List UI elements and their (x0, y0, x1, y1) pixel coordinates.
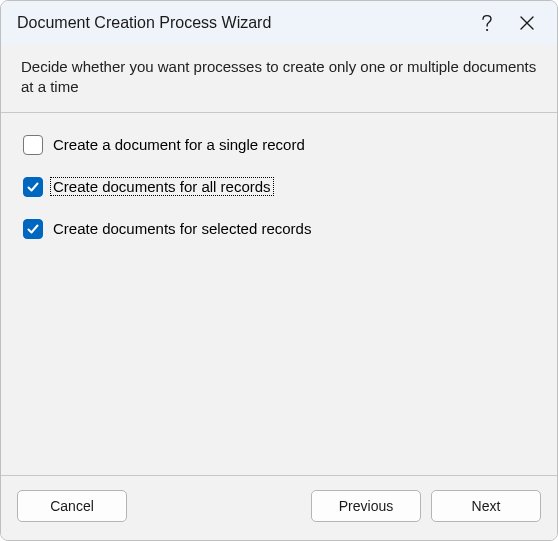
option-label: Create documents for selected records (51, 220, 313, 237)
checkbox-selected-records[interactable] (23, 219, 43, 239)
option-label: Create a document for a single record (51, 136, 307, 153)
dialog-title: Document Creation Process Wizard (17, 14, 467, 32)
option-label: Create documents for all records (51, 178, 273, 195)
instructions-text: Decide whether you want processes to cre… (1, 45, 557, 113)
checkmark-icon (26, 180, 40, 194)
options-panel: Create a document for a single record Cr… (1, 113, 557, 477)
option-single-record[interactable]: Create a document for a single record (23, 135, 535, 155)
help-button[interactable] (467, 3, 507, 43)
close-button[interactable] (507, 3, 547, 43)
previous-button[interactable]: Previous (311, 490, 421, 522)
option-all-records[interactable]: Create documents for all records (23, 177, 535, 197)
wizard-dialog: Document Creation Process Wizard Decide … (0, 0, 558, 541)
help-icon (480, 14, 494, 32)
footer: Cancel Previous Next (1, 476, 557, 540)
titlebar: Document Creation Process Wizard (1, 1, 557, 45)
checkbox-single-record[interactable] (23, 135, 43, 155)
option-selected-records[interactable]: Create documents for selected records (23, 219, 535, 239)
svg-point-0 (486, 29, 488, 31)
checkbox-all-records[interactable] (23, 177, 43, 197)
close-icon (520, 16, 534, 30)
next-button[interactable]: Next (431, 490, 541, 522)
checkmark-icon (26, 222, 40, 236)
cancel-button[interactable]: Cancel (17, 490, 127, 522)
